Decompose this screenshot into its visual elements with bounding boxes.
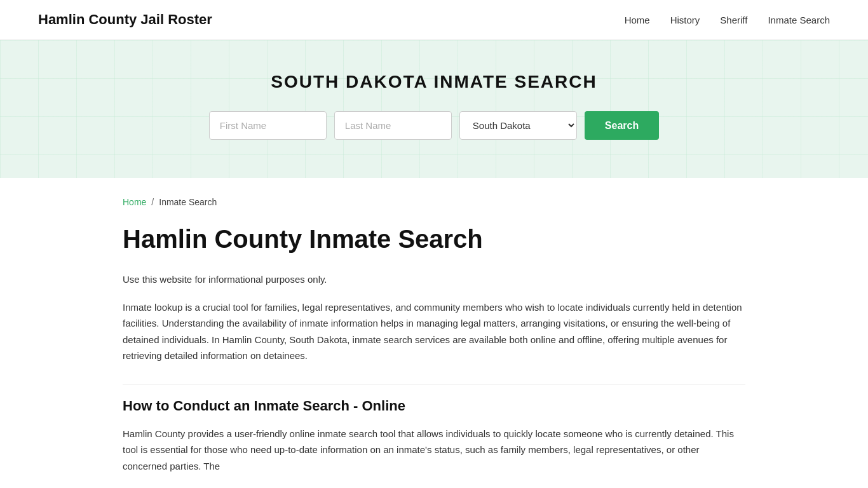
paragraph-1: Inmate lookup is a crucial tool for fami…: [123, 299, 745, 364]
intro-text: Use this website for informational purpo…: [123, 271, 745, 288]
state-select[interactable]: AlabamaAlaskaArizonaArkansasCaliforniaCo…: [459, 111, 577, 140]
site-title: Hamlin County Jail Roster: [38, 11, 212, 28]
breadcrumb-separator: /: [151, 197, 154, 207]
hero-banner: SOUTH DAKOTA INMATE SEARCH AlabamaAlaska…: [0, 40, 868, 178]
nav-history[interactable]: History: [670, 15, 700, 25]
first-name-input[interactable]: [209, 111, 327, 140]
nav-home[interactable]: Home: [625, 15, 650, 25]
search-button[interactable]: Search: [585, 111, 659, 140]
main-nav: Home History Sheriff Inmate Search: [625, 15, 830, 25]
main-content: Home / Inmate Search Hamlin County Inmat…: [85, 178, 783, 488]
site-header: Hamlin County Jail Roster Home History S…: [0, 0, 868, 40]
breadcrumb: Home / Inmate Search: [123, 197, 745, 207]
section-body-online: Hamlin County provides a user-friendly o…: [123, 426, 745, 475]
nav-sheriff[interactable]: Sheriff: [720, 15, 747, 25]
page-heading: Hamlin County Inmate Search: [123, 225, 745, 254]
search-form: AlabamaAlaskaArizonaArkansasCaliforniaCo…: [13, 111, 855, 140]
hero-title: SOUTH DAKOTA INMATE SEARCH: [13, 72, 855, 92]
last-name-input[interactable]: [334, 111, 452, 140]
breadcrumb-current: Inmate Search: [159, 197, 217, 207]
section-heading-online: How to Conduct an Inmate Search - Online: [123, 384, 745, 414]
breadcrumb-home[interactable]: Home: [123, 197, 146, 207]
nav-inmate-search[interactable]: Inmate Search: [768, 15, 830, 25]
